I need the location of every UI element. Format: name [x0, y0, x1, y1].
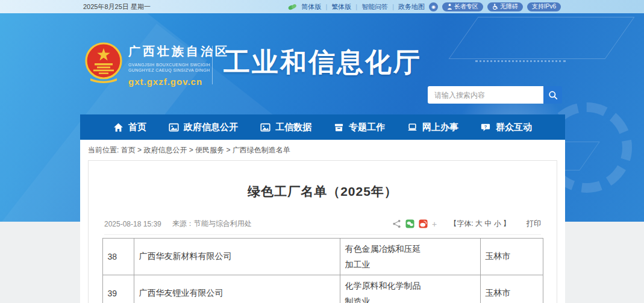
nav-gov-info[interactable]: 政府信息公开	[169, 122, 238, 133]
print-button[interactable]: 打印	[527, 219, 541, 229]
font-size-control: 【字体: 大 中 小 】	[449, 219, 510, 229]
search-input[interactable]	[428, 86, 543, 104]
table-row: 39 广西华友锂业有限公司 化学原料和化学制品 制造业 玉林市	[102, 275, 543, 303]
nav-home[interactable]: 首页	[113, 122, 146, 133]
chat-question-icon: ?	[481, 122, 491, 133]
article-title: 绿色工厂名单（2025年）	[89, 183, 557, 200]
national-emblem	[84, 41, 123, 83]
accessibility-label: 无障碍	[500, 2, 518, 11]
wechat-share-icon[interactable]	[405, 219, 414, 228]
green-factory-table: 38 广西华友新材料有限公司 有色金属冶炼和压延 加工业 玉林市 39 广西华友…	[102, 238, 543, 303]
image-icon	[169, 122, 179, 133]
nav-industry-data[interactable]: 工信数据	[260, 122, 311, 133]
link-gov-map[interactable]: 政务地图	[398, 2, 425, 11]
link-simplified[interactable]: 简体版	[301, 2, 321, 11]
topbar-links: 简体版 | 繁体版 | 智能问答 | 政务地图 ◉ 长者专区 无障碍 支持IPv…	[288, 2, 561, 11]
separator: |	[325, 3, 327, 10]
zhuang-line-1: GVANGJSIH BOUXCUENGH SWCIGIH	[128, 62, 230, 67]
company-cell: 广西华友新材料有限公司	[134, 239, 340, 275]
link-smart-qa[interactable]: 智能问答	[361, 2, 388, 11]
accessibility-button[interactable]: 无障碍	[487, 2, 523, 11]
row-number-cell: 39	[102, 275, 134, 303]
elder-zone-label: 长者专区	[454, 2, 478, 11]
site-url[interactable]: gxt.gxzf.gov.cn	[128, 77, 230, 87]
search-button[interactable]	[543, 86, 562, 104]
nav-online-services-label: 网上办事	[422, 122, 458, 133]
svg-text:?: ?	[484, 124, 487, 130]
city-cell: 玉林市	[480, 239, 543, 275]
archive-icon	[334, 122, 344, 133]
green-leaf-icon[interactable]	[288, 3, 297, 11]
crumb-convenience-services[interactable]: 便民服务	[195, 146, 224, 154]
image-icon	[260, 122, 270, 133]
article-tools: + 【字体: 大 中 小 】 打印	[392, 219, 541, 229]
nav-home-label: 首页	[128, 122, 146, 133]
article-meta-row: 2025-08-18 15:39 来源：节能与综合利用处	[104, 219, 541, 235]
link-traditional[interactable]: 繁体版	[331, 2, 351, 11]
share-icon[interactable]	[392, 219, 401, 228]
nav-public-interaction-label: 群众互动	[496, 122, 532, 133]
elder-person-icon	[447, 4, 452, 10]
crumb-home[interactable]: 首页	[121, 146, 136, 154]
nav-industry-data-label: 工信数据	[275, 122, 311, 133]
font-size-medium[interactable]: 中	[484, 219, 492, 228]
search-bar	[428, 86, 562, 104]
nav-public-interaction[interactable]: ? 群众互动	[481, 122, 532, 133]
laptop-icon	[407, 122, 417, 133]
nav-special-work[interactable]: 专题工作	[334, 122, 385, 133]
city-cell: 玉林市	[480, 275, 543, 303]
search-icon	[548, 90, 558, 100]
ipv6-badge[interactable]: 支持IPv6	[527, 2, 561, 11]
zhuang-romanization: GVANGJSIH BOUXCUENGH SWCIGIH GUNGHYEZ CA…	[128, 62, 230, 73]
weibo-share-icon[interactable]	[419, 219, 428, 228]
current-date: 2025年8月25日 星期一	[83, 2, 151, 11]
font-label-close: 】	[503, 219, 510, 228]
top-utility-bar: 2025年8月25日 星期一 简体版 | 繁体版 | 智能问答 | 政务地图 ◉…	[0, 0, 644, 13]
crumb-gov-info[interactable]: 政府信息公开	[143, 146, 187, 154]
crumb-green-list[interactable]: 广西绿色制造名单	[233, 146, 290, 154]
font-size-small[interactable]: 小	[494, 219, 501, 228]
department-title: 工业和信息化厅	[224, 45, 422, 80]
nav-online-services[interactable]: 网上办事	[407, 122, 458, 133]
brand-divider	[212, 46, 213, 84]
industry-cell: 有色金属冶炼和压延 加工业	[340, 239, 480, 275]
home-icon	[113, 122, 123, 133]
breadcrumb-label: 当前位置:	[88, 146, 119, 154]
content-area: 当前位置: 首页 > 政府信息公开 > 便民服务 > 广西绿色制造名单 绿色工厂…	[80, 140, 565, 303]
round-badge-icon[interactable]: ◉	[429, 2, 438, 11]
main-nav: 首页 政府信息公开 工信数据 专题工作 网上办事	[80, 114, 565, 140]
site-header: 广西壮族自治区 GVANGJSIH BOUXCUENGH SWCIGIH GUN…	[0, 13, 644, 114]
separator: |	[355, 3, 357, 10]
industry-cell: 化学原料和化学制品 制造业	[340, 275, 480, 303]
crumb-separator: >	[137, 146, 142, 154]
wheelchair-icon	[492, 4, 498, 10]
publish-date: 2025-08-18 15:39	[104, 220, 161, 228]
font-size-large[interactable]: 大	[475, 219, 483, 228]
table-row: 38 广西华友新材料有限公司 有色金属冶炼和压延 加工业 玉林市	[102, 239, 543, 275]
crumb-separator: >	[226, 146, 230, 154]
more-share-icon[interactable]: +	[432, 219, 437, 229]
font-label-open: 【字体:	[449, 219, 473, 228]
brand-block: 广西壮族自治区 GVANGJSIH BOUXCUENGH SWCIGIH GUN…	[128, 43, 230, 87]
nav-gov-info-label: 政府信息公开	[184, 122, 238, 133]
crumb-separator: >	[189, 146, 193, 154]
zhuang-line-2: GUNGHYEZ CAEUQ SINSIZVA DINGH	[128, 67, 230, 73]
breadcrumb: 当前位置: 首页 > 政府信息公开 > 便民服务 > 广西绿色制造名单	[80, 140, 565, 160]
elder-zone-button[interactable]: 长者专区	[442, 2, 483, 11]
ipv6-label: 支持IPv6	[532, 2, 556, 11]
separator: |	[392, 3, 394, 10]
article-box: 绿色工厂名单（2025年） 2025-08-18 15:39 来源：节能与综合利…	[88, 160, 557, 303]
company-cell: 广西华友锂业有限公司	[134, 275, 340, 303]
nav-special-work-label: 专题工作	[349, 122, 385, 133]
article-source: 来源：节能与综合利用处	[172, 219, 252, 229]
row-number-cell: 38	[102, 239, 134, 275]
region-name: 广西壮族自治区	[128, 43, 230, 60]
